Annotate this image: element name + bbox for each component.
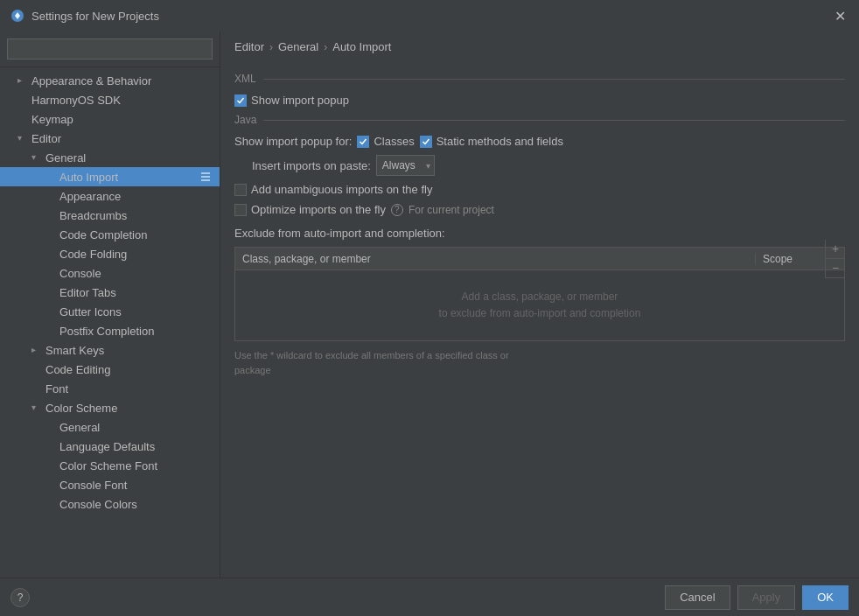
sidebar-item-auto-import[interactable]: Auto Import bbox=[0, 167, 220, 186]
xml-show-import-label: Show import popup bbox=[251, 94, 349, 107]
svg-rect-2 bbox=[201, 176, 210, 178]
search-input[interactable] bbox=[7, 38, 213, 60]
sidebar-item-language-defaults[interactable]: Language Defaults bbox=[0, 437, 220, 456]
table-add-button[interactable]: + bbox=[826, 240, 845, 259]
sidebar-item-label: Breadcrumbs bbox=[59, 209, 127, 222]
java-static-checkbox[interactable] bbox=[420, 136, 432, 148]
sidebar-item-console-font[interactable]: Console Font bbox=[0, 475, 220, 494]
sidebar-item-label: Smart Keys bbox=[45, 344, 104, 357]
sidebar-item-label: Language Defaults bbox=[59, 440, 155, 453]
breadcrumb-part-2: General bbox=[278, 40, 318, 53]
xml-show-import-checkbox-wrap[interactable]: Show import popup bbox=[234, 94, 349, 107]
sidebar-item-label: Auto Import bbox=[59, 171, 118, 184]
java-section-header: Java bbox=[234, 114, 845, 126]
optimize-imports-help-icon[interactable]: ? bbox=[391, 204, 403, 216]
sidebar-item-editor-tabs[interactable]: Editor Tabs bbox=[0, 283, 220, 302]
search-wrap: 🔍 bbox=[0, 32, 220, 67]
sidebar-item-label: Appearance bbox=[59, 190, 121, 203]
sidebar-item-appearance-behavior[interactable]: Appearance & Behavior bbox=[0, 71, 220, 90]
breadcrumb-part-1: Editor bbox=[234, 40, 264, 53]
sidebar-item-label: Gutter Icons bbox=[59, 305, 122, 318]
sidebar-item-label: HarmonyOS SDK bbox=[31, 94, 121, 107]
sidebar-item-breadcrumbs[interactable]: Breadcrumbs bbox=[0, 206, 220, 225]
sidebar-item-postfix-completion[interactable]: Postfix Completion bbox=[0, 321, 220, 340]
sidebar-item-label: Console Colors bbox=[59, 498, 137, 511]
sidebar-item-console-colors[interactable]: Console Colors bbox=[0, 494, 220, 514]
breadcrumb-sep-1: › bbox=[269, 41, 273, 53]
add-unambiguous-checkbox-wrap[interactable]: Add unambiguous imports on the fly bbox=[234, 183, 432, 196]
sidebar-item-code-completion[interactable]: Code Completion bbox=[0, 225, 220, 244]
content-scroll: XML Show import popup Java Show import bbox=[220, 59, 859, 578]
hint-text: Use the * wildcard to exclude all member… bbox=[234, 348, 845, 377]
java-classes-checkbox-wrap[interactable]: Classes bbox=[357, 135, 414, 148]
close-button[interactable]: ✕ bbox=[831, 7, 849, 24]
hint-line2: package bbox=[234, 365, 271, 375]
optimize-imports-checkbox-wrap[interactable]: Optimize imports on the fly bbox=[234, 203, 386, 216]
optimize-imports-checkbox[interactable] bbox=[234, 204, 247, 216]
table-empty-line2: to exclude from auto-import and completi… bbox=[439, 305, 641, 322]
apply-button[interactable]: Apply bbox=[737, 585, 796, 610]
search-input-container: 🔍 bbox=[7, 38, 213, 60]
java-static-label: Static methods and fields bbox=[436, 135, 563, 148]
sidebar-item-general[interactable]: General bbox=[0, 148, 220, 167]
insert-imports-row: Insert imports on paste: Always Ask Neve… bbox=[252, 155, 845, 176]
sidebar-item-code-editing[interactable]: Code Editing bbox=[0, 360, 220, 379]
window-title: Settings for New Projects bbox=[31, 10, 159, 23]
sidebar-item-font[interactable]: Font bbox=[0, 379, 220, 398]
java-static-checkbox-wrap[interactable]: Static methods and fields bbox=[420, 135, 563, 148]
java-classes-checkbox[interactable] bbox=[357, 136, 369, 148]
java-show-import-row: Show import popup for: Classes Static me… bbox=[234, 135, 845, 148]
expand-arrow bbox=[31, 152, 42, 163]
sidebar-item-label: Code Folding bbox=[59, 248, 127, 261]
help-button[interactable]: ? bbox=[10, 588, 30, 607]
cancel-button[interactable]: Cancel bbox=[665, 585, 730, 610]
table-col-scope-header: Scope bbox=[755, 253, 825, 265]
sidebar-item-console[interactable]: Console bbox=[0, 263, 220, 283]
table-remove-button[interactable]: − bbox=[826, 259, 845, 278]
sidebar-item-harmonyos-sdk[interactable]: HarmonyOS SDK bbox=[0, 90, 220, 109]
sidebar-item-label: Code Editing bbox=[45, 363, 110, 376]
sidebar-item-smart-keys[interactable]: Smart Keys bbox=[0, 340, 220, 360]
sidebar: 🔍 Appearance & Behavior HarmonyOS SDK bbox=[0, 32, 220, 578]
exclude-table: Class, package, or member Scope + − Add … bbox=[234, 247, 845, 341]
checkmark-icon bbox=[422, 137, 430, 146]
expand-arrow bbox=[17, 133, 28, 144]
add-unambiguous-checkbox[interactable] bbox=[234, 184, 247, 196]
sidebar-item-label: Appearance & Behavior bbox=[31, 74, 151, 88]
sidebar-item-keymap[interactable]: Keymap bbox=[0, 109, 220, 129]
sidebar-item-label: General bbox=[59, 421, 100, 434]
ok-button[interactable]: OK bbox=[802, 585, 849, 610]
java-classes-label: Classes bbox=[374, 135, 414, 148]
checkmark-icon bbox=[359, 137, 367, 146]
sidebar-item-label: Code Completion bbox=[59, 228, 147, 242]
sidebar-item-code-folding[interactable]: Code Folding bbox=[0, 244, 220, 263]
sidebar-item-gutter-icons[interactable]: Gutter Icons bbox=[0, 302, 220, 321]
insert-imports-select[interactable]: Always Ask Never bbox=[376, 155, 435, 176]
table-header: Class, package, or member Scope + − bbox=[235, 248, 844, 270]
xml-show-import-checkbox[interactable] bbox=[234, 94, 247, 107]
tree-area: Appearance & Behavior HarmonyOS SDK Keym… bbox=[0, 67, 220, 578]
app-logo-icon bbox=[10, 9, 24, 23]
insert-imports-label: Insert imports on paste: bbox=[252, 159, 371, 172]
sidebar-item-editor[interactable]: Editor bbox=[0, 129, 220, 148]
sidebar-item-label: Font bbox=[45, 382, 68, 396]
java-show-import-label: Show import popup for: bbox=[234, 135, 352, 148]
breadcrumb-part-3: Auto Import bbox=[332, 40, 391, 53]
table-empty-text: Add a class, package, or member to exclu… bbox=[439, 289, 641, 322]
settings-icon bbox=[199, 170, 213, 184]
for-current-project-label: For current project bbox=[409, 204, 494, 216]
footer-buttons: Cancel Apply OK bbox=[665, 585, 849, 610]
expand-arrow bbox=[31, 402, 42, 413]
sidebar-item-label: Color Scheme Font bbox=[59, 459, 157, 472]
sidebar-item-color-scheme[interactable]: Color Scheme bbox=[0, 398, 220, 417]
optimize-imports-label: Optimize imports on the fly bbox=[251, 203, 386, 216]
table-empty-line1: Add a class, package, or member bbox=[439, 289, 641, 305]
checkmark-icon bbox=[236, 96, 245, 105]
java-section-label: Java bbox=[234, 114, 256, 126]
title-bar-left: Settings for New Projects bbox=[10, 9, 159, 23]
xml-section-header: XML bbox=[234, 73, 845, 85]
sidebar-item-color-scheme-font[interactable]: Color Scheme Font bbox=[0, 456, 220, 475]
expand-arrow bbox=[17, 75, 28, 86]
sidebar-item-appearance[interactable]: Appearance bbox=[0, 186, 220, 206]
sidebar-item-color-scheme-general[interactable]: General bbox=[0, 417, 220, 437]
